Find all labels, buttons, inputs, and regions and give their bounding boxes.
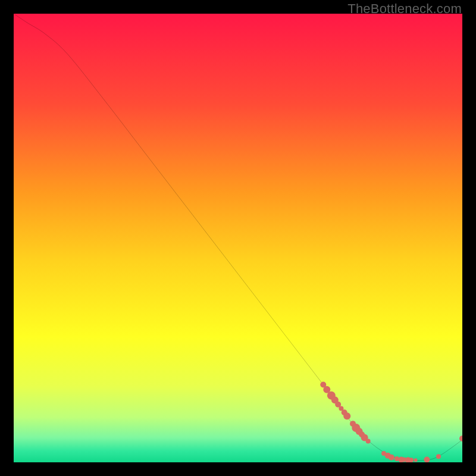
scatter-point [414, 458, 418, 462]
bottleneck-curve-path [14, 14, 462, 461]
chart-stage: TheBottleneck.com [0, 0, 476, 476]
scatter-group [320, 382, 462, 462]
scatter-point [409, 458, 414, 462]
scatter-point [389, 455, 394, 461]
scatter-point [366, 439, 371, 444]
chart-svg [14, 14, 462, 462]
scatter-point [343, 412, 350, 419]
scatter-point [424, 456, 430, 462]
scatter-point [436, 454, 441, 459]
plot-area [14, 14, 462, 462]
scatter-point [459, 436, 462, 441]
